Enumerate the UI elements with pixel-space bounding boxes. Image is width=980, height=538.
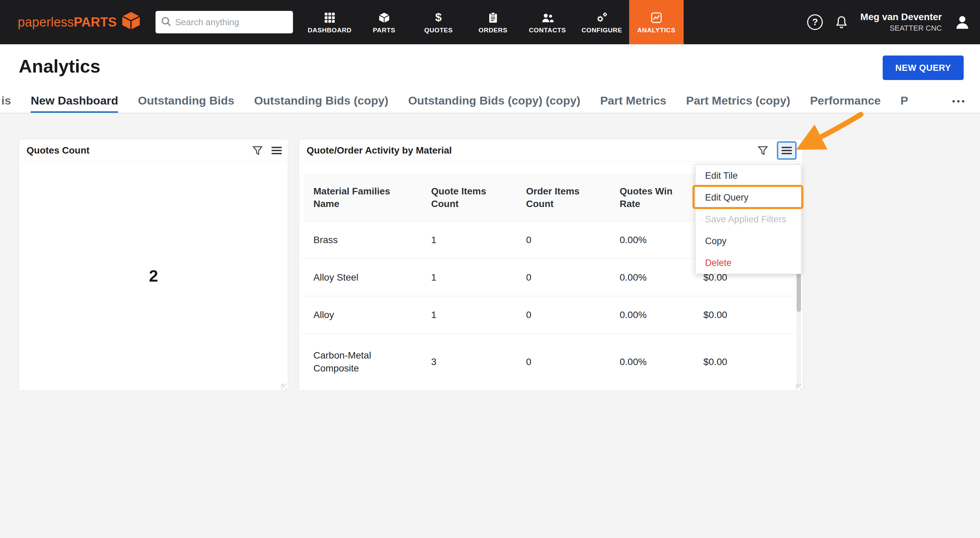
nav-item-label: CONFIGURE	[582, 27, 622, 34]
nav-item-contacts[interactable]: CONTACTS	[520, 0, 575, 44]
menu-item-copy[interactable]: Copy	[695, 230, 801, 252]
main-menu: DASHBOARD PARTS $ QUOTES ORDERS CONTACTS	[302, 0, 684, 44]
column-header: Order Items Count	[526, 185, 620, 210]
tile-menu-button[interactable]	[272, 145, 282, 156]
parts-box-icon	[379, 10, 390, 23]
search-icon	[160, 16, 172, 29]
resize-handle[interactable]	[796, 384, 802, 390]
tab-part-metrics-copy[interactable]: Part Metrics (copy)	[686, 90, 790, 113]
clipboard-icon	[488, 10, 498, 23]
nav-right: ? Meg van Deventer SEATTER CNC	[807, 11, 971, 33]
notifications-bell-icon[interactable]	[834, 15, 849, 29]
search-input[interactable]	[175, 17, 288, 27]
nav-item-configure[interactable]: CONFIGURE	[575, 0, 629, 44]
analytics-chart-icon	[651, 10, 662, 23]
card-header: Quote/Order Activity by Material	[299, 139, 803, 162]
search-box	[156, 11, 293, 34]
card-title: Quote/Order Activity by Material	[307, 145, 452, 156]
new-query-button[interactable]: NEW QUERY	[883, 56, 964, 80]
tab-partial-left[interactable]: is	[2, 90, 11, 113]
contacts-people-icon	[541, 10, 554, 23]
nav-item-label: ORDERS	[479, 27, 508, 34]
tile-menu-button-highlighted[interactable]	[777, 141, 797, 160]
column-header: Material Families Name	[304, 185, 431, 210]
menu-item-edit-tile[interactable]: Edit Tile	[695, 165, 801, 187]
logo-text: paperless	[18, 15, 74, 29]
user-name: Meg van Deventer	[860, 11, 942, 22]
cell-order-items: 0	[526, 356, 620, 367]
logo-cube-icon	[121, 11, 140, 34]
tab-outstanding-bids-copy-copy[interactable]: Outstanding Bids (copy) (copy)	[408, 90, 580, 113]
quotes-count-card: Quotes Count 2	[19, 139, 288, 391]
card-title: Quotes Count	[27, 145, 89, 156]
tabs-overflow-icon[interactable]	[948, 96, 969, 107]
hamburger-menu-icon	[782, 145, 792, 156]
cell-material-name: Carbon-Metal Composite	[304, 349, 431, 375]
logo[interactable]: paperlessPARTS	[18, 11, 140, 34]
dollar-icon: $	[435, 10, 442, 23]
menu-item-delete[interactable]: Delete	[695, 252, 801, 274]
nav-item-dashboard[interactable]: DASHBOARD	[302, 0, 357, 44]
user-menu[interactable]: Meg van Deventer SEATTER CNC	[860, 11, 942, 33]
table-row[interactable]: Alloy 1 0 0.00% $0.00	[304, 296, 794, 334]
menu-item-edit-query[interactable]: Edit Query	[695, 187, 801, 208]
cell-quote-items: 1	[431, 235, 526, 246]
cell-material-name: Alloy Steel	[304, 272, 431, 283]
cell-material-name: Alloy	[304, 310, 431, 321]
user-company: SEATTER CNC	[860, 24, 942, 33]
resize-handle[interactable]	[281, 384, 287, 390]
card-header: Quotes Count	[19, 139, 288, 162]
column-header: Quote Items Count	[431, 185, 526, 210]
cell-win-rate: 0.00%	[620, 235, 703, 246]
dashboard-grid-icon	[324, 10, 335, 23]
cell-quote-items: 3	[431, 356, 526, 367]
avatar[interactable]	[953, 13, 971, 31]
cell-quote-items: 1	[431, 310, 526, 321]
nav-item-label: CONTACTS	[529, 27, 566, 34]
help-icon[interactable]: ?	[807, 14, 823, 30]
tab-part-metrics[interactable]: Part Metrics	[600, 90, 667, 113]
cell-material-name: Brass	[304, 235, 431, 246]
cell-order-items: 0	[526, 310, 620, 321]
nav-item-label: QUOTES	[424, 27, 453, 34]
cell-win-rate: 0.00%	[620, 272, 703, 283]
nav-item-label: ANALYTICS	[637, 27, 675, 34]
nav-item-label: DASHBOARD	[308, 27, 352, 34]
quotes-count-value: 2	[149, 267, 158, 285]
nav-item-parts[interactable]: PARTS	[357, 0, 411, 44]
tab-outstanding-bids-copy[interactable]: Outstanding Bids (copy)	[254, 90, 388, 113]
nav-item-analytics[interactable]: ANALYTICS	[629, 0, 684, 44]
filter-icon[interactable]	[253, 146, 263, 155]
menu-item-save-applied-filters: Save Applied Filters	[695, 208, 801, 230]
nav-item-quotes[interactable]: $ QUOTES	[411, 0, 466, 44]
gears-icon	[596, 10, 608, 23]
hamburger-menu-icon	[272, 145, 282, 156]
tab-new-dashboard[interactable]: New Dashboard	[30, 90, 118, 113]
column-header: Quotes Win Rate	[620, 185, 703, 210]
cell-amount: $0.00	[703, 356, 794, 367]
tile-context-menu: Edit Tile Edit Query Save Applied Filter…	[695, 164, 801, 274]
cell-order-items: 0	[526, 272, 620, 283]
tab-partial-right[interactable]: P	[900, 90, 908, 113]
nav-item-label: PARTS	[373, 27, 395, 34]
cell-win-rate: 0.00%	[620, 356, 703, 367]
logo-text-bold: PARTS	[74, 15, 117, 29]
table-row[interactable]: Carbon-Metal Composite 3 0 0.00% $0.00	[304, 334, 794, 390]
cell-amount: $0.00	[703, 310, 794, 321]
top-nav: paperlessPARTS DASHBOARD PARTS $ QUOTES	[0, 0, 980, 44]
nav-item-orders[interactable]: ORDERS	[466, 0, 520, 44]
tab-performance[interactable]: Performance	[810, 90, 881, 113]
cell-order-items: 0	[526, 235, 620, 246]
page-title: Analytics	[19, 56, 100, 77]
cell-win-rate: 0.00%	[620, 310, 703, 321]
cell-quote-items: 1	[431, 272, 526, 283]
filter-icon[interactable]	[758, 146, 768, 155]
tab-outstanding-bids[interactable]: Outstanding Bids	[138, 90, 234, 113]
dashboard-tabs: is New Dashboard Outstanding Bids Outsta…	[0, 90, 943, 113]
